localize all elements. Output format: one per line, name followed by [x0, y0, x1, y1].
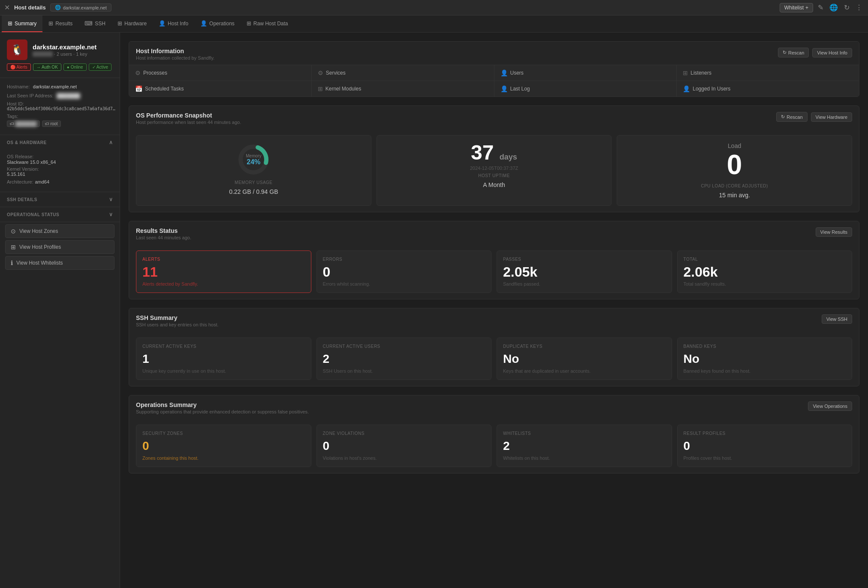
total-desc: Total sandfly results. [684, 281, 846, 286]
ssh-details-header[interactable]: SSH DETAILS ∨ [0, 192, 120, 207]
host-meta-text: 2 users · 1 key [57, 51, 87, 57]
os-hardware-header[interactable]: OS & HARDWARE ∧ [0, 135, 120, 150]
ops-status-title: OPERATIONAL STATUS [7, 212, 59, 217]
sidebar: 🐧 darkstar.example.net ██████ · 2 users … [0, 33, 120, 588]
memory-usage-label: MEMORY USAGE [235, 180, 272, 185]
host-info-rescan-button[interactable]: ↻ Rescan [778, 48, 809, 57]
operations-tab-label: Operations [209, 21, 235, 27]
view-host-info-button[interactable]: View Host Info [812, 48, 852, 57]
raw-host-data-tab-icon: ⊞ [247, 20, 251, 27]
host-avatar-row: 🐧 darkstar.example.net ██████ · 2 users … [7, 39, 113, 60]
os-hardware-arrow: ∧ [109, 139, 113, 145]
zone-violations-desc: Violations in host's zones. [323, 455, 485, 461]
tab-ssh[interactable]: ⌨ SSH [78, 15, 112, 32]
hostname-value: darkstar.example.net [33, 84, 77, 89]
host-information-header: Host Information Host information collec… [129, 42, 859, 65]
active-keys-card: CURRENT ACTIVE KEYS 1 Unique key current… [136, 338, 311, 380]
content-area: Host Information Host information collec… [120, 33, 868, 588]
os-performance-card: OS Performance Snapshot Host performance… [129, 106, 859, 212]
alerts-card: ALERTS 11 Alerts detected by Sandfly. [136, 250, 311, 293]
zone-violations-value: 0 [323, 439, 485, 453]
uptime-big: 37 days [384, 142, 605, 163]
errors-value: 0 [323, 265, 485, 279]
results-tab-icon: ⊞ [48, 20, 53, 27]
whitelist-button[interactable]: Whitelist + [780, 3, 813, 12]
memory-percent: 24% [246, 158, 261, 166]
tab-results[interactable]: ⊞ Results [42, 15, 78, 32]
logged-in-users-icon: 👤 [683, 85, 690, 92]
scheduled-tasks-button[interactable]: 📅 Scheduled Tasks [129, 81, 311, 96]
ssh-tab-icon: ⌨ [84, 20, 93, 27]
processes-button[interactable]: ⚙ Processes [129, 65, 311, 81]
operations-summary-card: Operations Summary Supporting operations… [129, 395, 859, 473]
load-big: 0 [624, 151, 845, 178]
edit-button[interactable]: ✎ [817, 2, 825, 13]
view-results-button[interactable]: View Results [816, 227, 852, 237]
listeners-button[interactable]: ⊞ Listeners [677, 65, 859, 81]
view-host-zones-button[interactable]: ⊙ View Host Zones [5, 224, 115, 238]
results-tab-label: Results [55, 21, 72, 27]
profiles-icon: ⊞ [11, 244, 16, 250]
os-hardware-body: OS Release: Slackware 15.0 x86_64 Kernel… [0, 150, 120, 192]
users-button[interactable]: 👤 Users [494, 65, 677, 81]
last-log-button[interactable]: 👤 Last Log [494, 81, 677, 96]
arch-value: amd64 [35, 179, 49, 184]
cpu-load-card: Load 0 CPU LOAD (CORE ADJUSTED) 15 min a… [617, 135, 852, 206]
total-value: 2.06k [684, 265, 846, 279]
tab-raw-host-data[interactable]: ⊞ Raw Host Data [241, 15, 294, 32]
hardware-tab-label: Hardware [124, 21, 147, 27]
tab-hardware[interactable]: ⊞ Hardware [112, 15, 153, 32]
tab-operations[interactable]: 👤 Operations [194, 15, 241, 32]
operations-tab-icon: 👤 [200, 20, 207, 27]
ssh-summary-header: SSH Summary SSH users and key entries on… [129, 308, 859, 332]
duplicate-keys-value: No [503, 352, 666, 366]
globe-button[interactable]: 🌐 [828, 2, 839, 13]
tags-row: Tags: 🏷 ███████ 🏷 root [7, 114, 113, 127]
logged-in-users-button[interactable]: 👤 Logged In Users [677, 81, 859, 96]
ssh-summary-card: SSH Summary SSH users and key entries on… [129, 308, 859, 386]
duplicate-keys-desc: Keys that are duplicated in user account… [503, 368, 666, 374]
view-hardware-button[interactable]: View Hardware [811, 112, 852, 122]
os-performance-header: OS Performance Snapshot Host performance… [129, 106, 859, 129]
services-button[interactable]: ⚙ Services [312, 65, 494, 81]
host-name-block: darkstar.example.net ██████ · 2 users · … [33, 43, 96, 57]
kernel-modules-button[interactable]: ⊞ Kernel Modules [312, 81, 494, 96]
whitelists-icon: ℹ [11, 259, 13, 266]
ssh-summary-title-block: SSH Summary SSH users and key entries on… [136, 314, 219, 327]
badge-active: ✓ Active [89, 63, 112, 71]
operations-summary-actions: View Operations [808, 401, 852, 411]
browser-tab[interactable]: 🌐 darkstar.example.net [50, 3, 112, 12]
rescan-icon: ↻ [783, 50, 787, 55]
sidebar-host-info: Hostname: darkstar.example.net Last Seen… [0, 78, 120, 135]
uptime-value: A Month [384, 181, 605, 188]
errors-label: ERRORS [323, 257, 485, 262]
operations-summary-subtitle: Supporting operations that provide enhan… [136, 409, 309, 414]
whitelist-label: Whitelist [784, 5, 804, 11]
view-ssh-button[interactable]: View SSH [822, 314, 852, 324]
more-button[interactable]: ⋮ [854, 2, 864, 13]
alerts-label: ALERTS [142, 257, 305, 262]
whitelists-label: WHITELISTS [503, 431, 666, 436]
ops-status-arrow: ∨ [109, 211, 113, 217]
ops-status-section: OPERATIONAL STATUS ∨ [0, 207, 120, 222]
view-host-whitelists-button[interactable]: ℹ View Host Whitelists [5, 256, 115, 270]
scheduled-tasks-label: Scheduled Tasks [145, 86, 184, 92]
refresh-button[interactable]: ↻ [843, 2, 851, 13]
os-release-value: Slackware 15.0 x86_64 [7, 160, 113, 165]
last-ip-label: Last Seen IP Address: [7, 93, 54, 98]
uptime-label: HOST UPTIME [384, 173, 605, 178]
os-performance-actions: ↻ Rescan View Hardware [776, 112, 852, 122]
view-host-profiles-button[interactable]: ⊞ View Host Profiles [5, 240, 115, 254]
results-status-header: Results Status Last seen 44 minutes ago.… [129, 221, 859, 244]
view-operations-button[interactable]: View Operations [808, 401, 852, 411]
perf-rescan-button[interactable]: ↻ Rescan [776, 112, 807, 122]
tab-summary[interactable]: ⊞ Summary [2, 15, 42, 32]
view-host-whitelists-label: View Host Whitelists [16, 260, 63, 266]
close-icon[interactable]: ✕ [4, 3, 10, 12]
last-ip-value: ███████ [57, 93, 80, 98]
ops-status-header[interactable]: OPERATIONAL STATUS ∨ [0, 207, 120, 222]
tags-container: 🏷 ███████ 🏷 root [7, 121, 113, 127]
active-users-card: CURRENT ACTIVE USERS 2 SSH Users on this… [316, 338, 492, 380]
hardware-tab-icon: ⊞ [118, 20, 122, 27]
tab-host-info[interactable]: 👤 Host Info [153, 15, 194, 32]
